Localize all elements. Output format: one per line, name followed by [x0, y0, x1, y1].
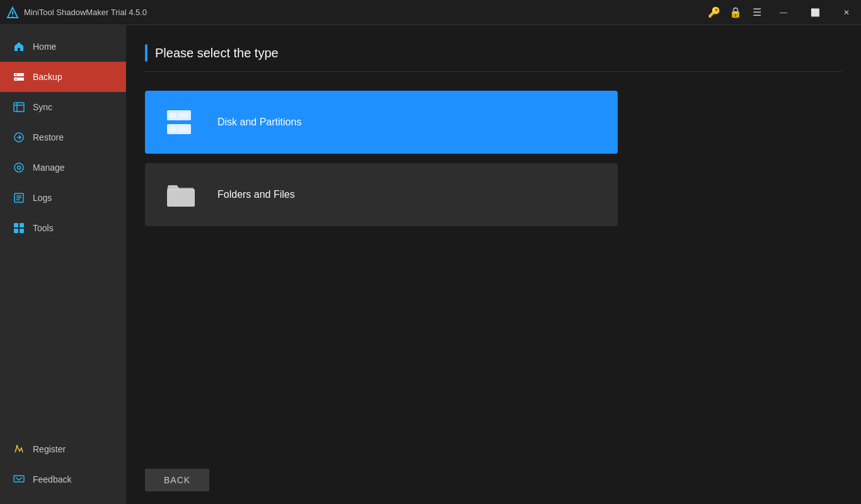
lock-icon: 🔒: [729, 6, 742, 18]
sidebar-bottom: Register Feedback: [0, 434, 126, 504]
svg-rect-28: [178, 127, 188, 132]
page-title-container: Please select the type: [145, 44, 842, 72]
svg-rect-29: [167, 189, 195, 207]
close-icon: ✕: [843, 8, 850, 17]
restore-icon: ⬜: [811, 8, 820, 17]
option-disk-partitions[interactable]: Disk and Partitions: [145, 91, 618, 154]
svg-point-12: [18, 166, 21, 169]
sync-icon: [13, 101, 25, 113]
manage-icon: [13, 161, 25, 174]
disk-partitions-icon: [164, 106, 202, 138]
sidebar-item-manage[interactable]: Manage: [0, 152, 126, 183]
sidebar-label-sync: Sync: [33, 102, 52, 112]
sidebar-item-logs[interactable]: Logs: [0, 183, 126, 213]
svg-point-11: [14, 163, 23, 172]
svg-rect-24: [170, 113, 176, 118]
option-label-folders-files: Folders and Files: [217, 189, 295, 200]
svg-rect-25: [178, 113, 188, 118]
backup-icon: [13, 71, 25, 83]
svg-point-21: [16, 445, 18, 447]
logs-icon: [13, 192, 25, 204]
folders-files-icon: [164, 179, 202, 210]
option-label-disk-partitions: Disk and Partitions: [217, 117, 301, 128]
minimize-button[interactable]: —: [769, 0, 798, 25]
tools-icon: [13, 222, 25, 234]
sidebar-label-home: Home: [33, 42, 56, 52]
feedback-icon: [13, 473, 25, 486]
svg-rect-22: [14, 476, 24, 482]
hamburger-icon: ☰: [753, 6, 761, 18]
back-button[interactable]: BACK: [145, 469, 209, 491]
register-icon: [13, 443, 25, 455]
home-icon: [13, 40, 25, 53]
minimize-icon: —: [780, 8, 787, 17]
sidebar-spacer: [0, 243, 126, 434]
key-button[interactable]: 🔑: [705, 3, 724, 22]
sidebar-item-restore[interactable]: Restore: [0, 122, 126, 152]
sidebar-item-sync[interactable]: Sync: [0, 92, 126, 122]
sidebar-item-backup[interactable]: Backup: [0, 62, 126, 92]
sidebar-item-feedback[interactable]: Feedback: [0, 464, 126, 495]
content-area: Please select the type: [126, 25, 861, 504]
svg-point-2: [12, 15, 13, 16]
titlebar-controls: 🔑 🔒 ☰ — ⬜ ✕: [705, 0, 861, 25]
sidebar-label-logs: Logs: [33, 193, 52, 203]
sidebar-item-home[interactable]: Home: [0, 32, 126, 62]
svg-rect-5: [15, 74, 17, 75]
close-button[interactable]: ✕: [832, 0, 861, 25]
svg-rect-27: [170, 127, 176, 132]
svg-rect-7: [14, 103, 24, 112]
key-icon: 🔑: [708, 6, 720, 18]
page-title-bar: [145, 44, 147, 62]
sidebar: Home Backup Syn: [0, 25, 126, 504]
bottom-bar: BACK: [145, 459, 842, 491]
restore-nav-icon: [13, 131, 25, 144]
svg-rect-18: [20, 223, 24, 227]
titlebar: MiniTool ShadowMaker Trial 4.5.0 🔑 🔒 ☰ —…: [0, 0, 861, 25]
sidebar-label-tools: Tools: [33, 223, 54, 233]
sidebar-item-tools[interactable]: Tools: [0, 213, 126, 243]
sidebar-label-backup: Backup: [33, 72, 62, 82]
svg-rect-17: [14, 223, 18, 227]
sidebar-label-restore: Restore: [33, 132, 64, 142]
sidebar-label-register: Register: [33, 444, 66, 454]
svg-rect-6: [15, 79, 17, 79]
titlebar-left: MiniTool ShadowMaker Trial 4.5.0: [6, 6, 147, 19]
sidebar-item-register[interactable]: Register: [0, 434, 126, 464]
restore-button[interactable]: ⬜: [800, 0, 829, 25]
main-layout: Home Backup Syn: [0, 25, 861, 504]
page-title: Please select the type: [155, 46, 279, 60]
lock-button[interactable]: 🔒: [726, 3, 745, 22]
menu-button[interactable]: ☰: [748, 3, 766, 22]
svg-rect-20: [20, 229, 24, 233]
svg-rect-19: [14, 229, 18, 233]
app-logo-icon: [6, 6, 19, 19]
options-container: Disk and Partitions Folders and Files: [145, 91, 842, 459]
option-folders-files[interactable]: Folders and Files: [145, 163, 618, 226]
sidebar-label-manage: Manage: [33, 163, 65, 173]
app-title: MiniTool ShadowMaker Trial 4.5.0: [24, 8, 147, 17]
sidebar-label-feedback: Feedback: [33, 474, 71, 484]
